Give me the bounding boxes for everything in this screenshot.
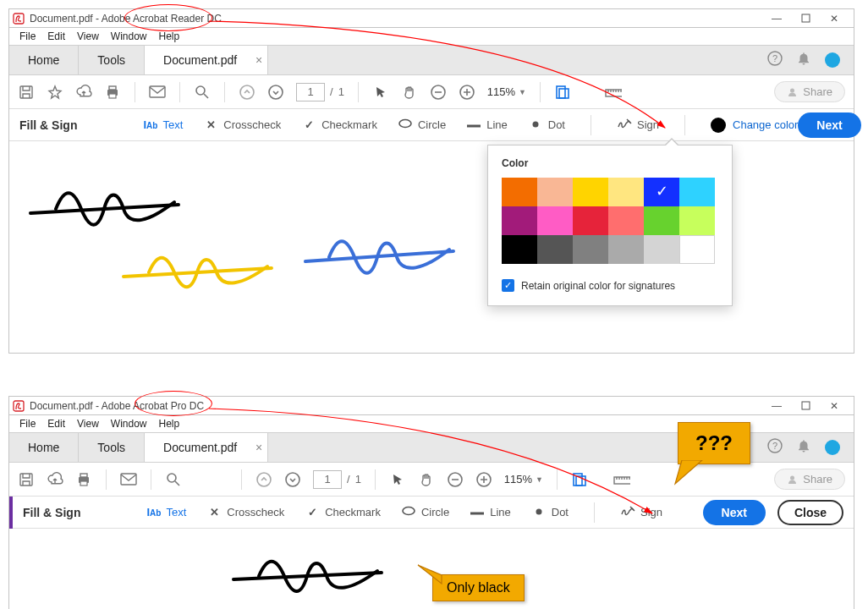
color-swatch[interactable] xyxy=(608,206,644,235)
menu-window[interactable]: Window xyxy=(106,30,152,43)
help-icon[interactable]: ? xyxy=(767,438,783,457)
save-icon[interactable] xyxy=(18,84,35,101)
color-swatch[interactable] xyxy=(679,235,715,264)
maximize-button[interactable] xyxy=(791,9,820,28)
color-swatch[interactable] xyxy=(537,178,573,206)
color-swatch[interactable] xyxy=(608,235,644,264)
menu-edit[interactable]: Edit xyxy=(42,30,70,43)
zoom-out-icon[interactable] xyxy=(447,471,464,488)
hand-icon[interactable] xyxy=(401,84,418,101)
next-button[interactable]: Next xyxy=(798,112,860,138)
color-swatch[interactable] xyxy=(644,235,679,264)
document-canvas[interactable]: Color ✓ Retain original color for signat… xyxy=(9,141,854,344)
tab-home[interactable]: Home xyxy=(9,433,79,462)
color-swatch[interactable] xyxy=(573,235,608,264)
star-icon[interactable] xyxy=(47,84,63,101)
color-swatch[interactable] xyxy=(573,206,608,235)
zoom-in-icon[interactable] xyxy=(459,84,475,101)
bell-icon[interactable] xyxy=(796,438,811,457)
minimize-button[interactable]: — xyxy=(762,397,791,415)
fs-circle-tool[interactable]: Circle xyxy=(398,118,446,131)
menu-view[interactable]: View xyxy=(72,30,104,43)
fs-checkmark-tool[interactable]: ✓Checkmark xyxy=(301,118,377,131)
color-swatch[interactable] xyxy=(502,206,537,235)
menu-window[interactable]: Window xyxy=(106,417,152,431)
zoom-value[interactable]: 115% xyxy=(487,85,515,98)
fs-checkmark-tool[interactable]: ✓Checkmark xyxy=(305,506,381,518)
fs-text-tool[interactable]: IAbText xyxy=(146,506,186,518)
color-swatch[interactable] xyxy=(502,235,537,264)
avatar[interactable] xyxy=(825,440,840,455)
cloud-upload-icon[interactable] xyxy=(47,471,63,488)
close-window-button[interactable]: ✕ xyxy=(820,9,849,28)
next-button[interactable]: Next xyxy=(703,500,766,525)
retain-checkbox-row[interactable]: ✓ Retain original color for signatures xyxy=(502,279,718,292)
page-current[interactable]: 1 xyxy=(313,470,342,489)
menu-file[interactable]: File xyxy=(14,417,41,431)
print-icon[interactable] xyxy=(75,471,92,488)
color-swatch[interactable] xyxy=(644,206,679,235)
color-swatch[interactable] xyxy=(608,178,644,206)
color-swatch[interactable] xyxy=(679,206,715,235)
fs-text-tool[interactable]: IAbText xyxy=(143,118,183,131)
page-up-icon[interactable] xyxy=(255,471,272,488)
pointer-icon[interactable] xyxy=(372,84,389,101)
bell-icon[interactable] xyxy=(796,51,811,69)
fs-crosscheck-tool[interactable]: ✕Crosscheck xyxy=(206,506,284,518)
tab-home[interactable]: Home xyxy=(9,46,79,74)
fit-width-icon[interactable] xyxy=(571,471,588,488)
tab-tools[interactable]: Tools xyxy=(79,433,145,462)
maximize-button[interactable] xyxy=(791,397,820,415)
color-swatch[interactable] xyxy=(537,206,573,235)
zoom-value[interactable]: 115% xyxy=(504,473,532,486)
hand-icon[interactable] xyxy=(418,471,435,488)
zoom-in-icon[interactable] xyxy=(475,471,492,488)
color-swatch[interactable] xyxy=(573,178,608,206)
page-current[interactable]: 1 xyxy=(296,83,325,102)
print-icon[interactable] xyxy=(104,84,121,101)
tab-document[interactable]: Document.pdf× xyxy=(145,433,268,462)
menu-file[interactable]: File xyxy=(14,30,41,43)
fs-sign-tool[interactable]: Sign xyxy=(617,117,659,133)
fs-crosscheck-tool[interactable]: ✕Crosscheck xyxy=(203,118,281,131)
avatar[interactable] xyxy=(825,52,840,68)
menu-help[interactable]: Help xyxy=(154,30,185,43)
pointer-icon[interactable] xyxy=(389,471,406,488)
minimize-button[interactable]: — xyxy=(762,9,791,28)
fs-dot-tool[interactable]: Dot xyxy=(528,118,565,131)
save-icon[interactable] xyxy=(18,471,35,488)
cloud-upload-icon[interactable] xyxy=(75,84,92,101)
zoom-out-icon[interactable] xyxy=(430,84,447,101)
page-down-icon[interactable] xyxy=(284,471,301,488)
search-icon[interactable] xyxy=(165,471,182,488)
tab-close-icon[interactable]: × xyxy=(255,53,262,67)
help-icon[interactable]: ? xyxy=(767,51,783,69)
fs-dot-tool[interactable]: Dot xyxy=(531,506,569,518)
page-down-icon[interactable] xyxy=(267,84,284,101)
zoom-dropdown-icon[interactable]: ▼ xyxy=(536,475,543,484)
color-swatch[interactable] xyxy=(644,178,679,206)
mail-icon[interactable] xyxy=(149,84,166,101)
share-button[interactable]: Share xyxy=(774,81,845,102)
menu-edit[interactable]: Edit xyxy=(42,417,70,431)
close-window-button[interactable]: ✕ xyxy=(820,397,849,415)
fit-width-icon[interactable] xyxy=(554,84,571,101)
menu-help[interactable]: Help xyxy=(154,417,185,431)
fs-sign-tool[interactable]: Sign xyxy=(620,504,662,520)
color-swatch[interactable] xyxy=(502,178,537,206)
close-button[interactable]: Close xyxy=(777,500,843,525)
menu-view[interactable]: View xyxy=(72,417,104,431)
ruler-icon[interactable] xyxy=(613,471,630,488)
change-color-button[interactable]: Change color xyxy=(711,118,798,133)
fs-line-tool[interactable]: Line xyxy=(466,118,508,131)
color-swatch[interactable] xyxy=(679,178,715,206)
fs-line-tool[interactable]: Line xyxy=(470,506,511,518)
page-up-icon[interactable] xyxy=(239,84,255,101)
fs-circle-tool[interactable]: Circle xyxy=(401,506,449,518)
color-swatch[interactable] xyxy=(537,235,573,264)
tab-close-icon[interactable]: × xyxy=(255,441,262,454)
tab-document[interactable]: Document.pdf× xyxy=(145,46,268,74)
zoom-dropdown-icon[interactable]: ▼ xyxy=(519,88,526,96)
tab-tools[interactable]: Tools xyxy=(79,46,145,74)
share-button[interactable]: Share xyxy=(774,469,845,490)
